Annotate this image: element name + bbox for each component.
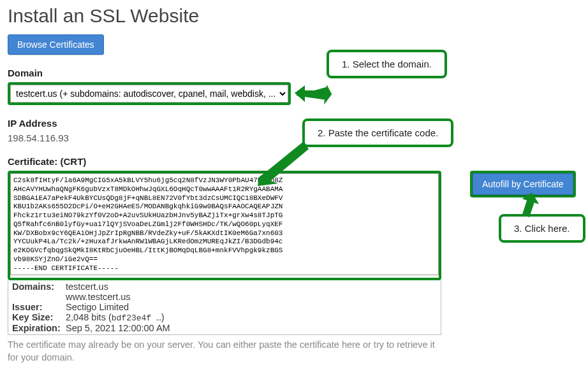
domain-label: Domain xyxy=(8,68,580,78)
details-domains-value-2: www.testcert.us xyxy=(66,292,437,302)
details-issuer-label: Issuer: xyxy=(12,302,66,312)
certificate-hint-text: The certificate may already be on your s… xyxy=(8,339,448,364)
details-keysize-value: 2,048 bits (bdf23e4f …) xyxy=(66,312,437,323)
page-title: Install an SSL Website xyxy=(8,5,580,27)
details-keysize-label: Key Size: xyxy=(12,312,66,323)
certificate-textarea-highlight xyxy=(8,171,441,280)
details-expiration-label: Expiration: xyxy=(12,323,66,333)
certificate-details: Domains: testcert.us www.testcert.us Iss… xyxy=(8,280,441,335)
details-domains-value-1: testcert.us xyxy=(66,282,437,292)
callout-select-domain: 1. Select the domain. xyxy=(327,50,447,78)
arrow-icon-domain xyxy=(295,83,333,108)
domain-select[interactable]: testcert.us (+ subdomains: autodiscover,… xyxy=(10,85,288,103)
browse-certificates-button[interactable]: Browse Certificates xyxy=(8,34,104,55)
certificate-textarea[interactable] xyxy=(10,173,439,275)
arrow-icon-certificate xyxy=(258,141,311,186)
arrow-icon-autofill xyxy=(517,192,542,218)
details-expiration-value: Sep 5, 2021 12:00:00 AM xyxy=(66,323,437,333)
callout-click-here: 3. Click here. xyxy=(499,214,585,243)
svg-marker-4 xyxy=(517,190,541,219)
details-issuer-value: Sectigo Limited xyxy=(66,302,437,312)
callout-paste-certificate: 2. Paste the certificate code. xyxy=(302,118,453,147)
ip-address-label: IP Address xyxy=(8,118,580,129)
details-domains-label: Domains: xyxy=(12,282,66,292)
autofill-by-certificate-button[interactable]: Autofill by Certificate xyxy=(473,173,573,195)
domain-select-highlight: testcert.us (+ subdomains: autodiscover,… xyxy=(8,82,291,105)
